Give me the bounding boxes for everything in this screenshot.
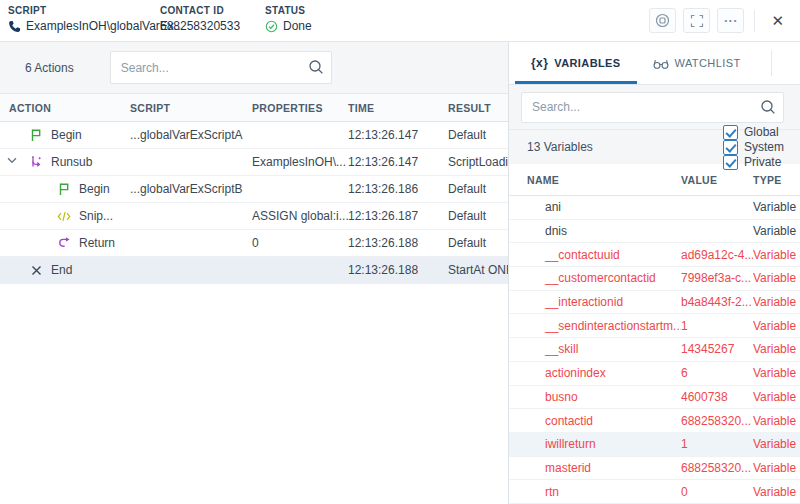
- action-row[interactable]: Snip...ASSIGN global:i...12:13:26.187Def…: [0, 203, 508, 230]
- action-label: End: [51, 263, 72, 277]
- variable-row[interactable]: masterid688258320...Variable: [509, 457, 800, 481]
- filter-label: Private: [744, 155, 781, 169]
- properties-cell: ASSIGN global:i...: [252, 209, 348, 223]
- contact-id-value: 688258320533: [160, 19, 240, 33]
- result-cell: Default: [448, 209, 508, 223]
- glasses-icon: [653, 57, 669, 70]
- stop-button[interactable]: [649, 8, 676, 33]
- variable-name: __skill: [509, 342, 681, 356]
- result-cell: Default: [448, 128, 508, 142]
- actions-table-body: Begin...globalVarExScriptA12:13:26.147De…: [0, 122, 508, 284]
- actions-count: 6 Actions: [25, 61, 74, 75]
- time-cell: 12:13:26.187: [348, 209, 448, 223]
- filter-system[interactable]: System: [723, 140, 784, 155]
- variable-value: b4a8443f-2...: [681, 295, 753, 309]
- variable-type: Variable: [753, 414, 800, 428]
- contact-info: CONTACT ID 688258320533: [160, 0, 265, 41]
- variable-row[interactable]: __interactionidb4a8443f-2...Variable: [509, 291, 800, 315]
- variable-row[interactable]: __contactuuidad69a12c-4...Variable: [509, 243, 800, 267]
- variables-x-icon: {x}: [531, 56, 548, 70]
- checkbox-system[interactable]: [723, 140, 738, 155]
- variable-value: 688258320...: [681, 461, 753, 475]
- checkbox-private[interactable]: [723, 155, 738, 170]
- action-row[interactable]: RunsubExamplesInOH\...12:13:26.147Script…: [0, 149, 508, 176]
- variable-value: 4600738: [681, 390, 753, 404]
- time-cell: 12:13:26.147: [348, 155, 448, 169]
- variables-search: [521, 92, 784, 123]
- variable-type: Variable: [753, 461, 800, 475]
- action-row[interactable]: Begin...globalVarExScriptA12:13:26.147De…: [0, 122, 508, 149]
- stop-icon: [655, 13, 670, 28]
- variable-value: 1: [681, 319, 753, 333]
- action-label: Snip...: [79, 209, 113, 223]
- variable-name: iwillreturn: [509, 437, 681, 451]
- variable-row[interactable]: iwillreturn1Variable: [509, 433, 800, 457]
- variable-row[interactable]: __skill14345267Variable: [509, 338, 800, 362]
- title-bar: SCRIPT ExamplesInOH\globalVarEx... CONTA…: [0, 0, 800, 42]
- variable-row[interactable]: actionindex6Variable: [509, 362, 800, 386]
- tab-divider: [771, 50, 772, 76]
- variables-search-bar: [509, 85, 800, 129]
- ellipsis-icon: ...: [724, 10, 738, 25]
- expand-button[interactable]: [683, 8, 710, 33]
- column-header: ACTION: [0, 102, 130, 114]
- variable-row[interactable]: busno4600738Variable: [509, 386, 800, 410]
- action-row[interactable]: End12:13:26.188StartAt ONRELE: [0, 257, 508, 284]
- actions-search-input[interactable]: [110, 51, 332, 84]
- time-cell: 12:13:26.147: [348, 128, 448, 142]
- variable-value: ad69a12c-4...: [681, 248, 753, 262]
- column-header: VALUE: [681, 174, 753, 186]
- time-cell: 12:13:26.188: [348, 236, 448, 250]
- result-cell: Default: [448, 236, 508, 250]
- variables-panel: {x} VARIABLES WATCHLIST 13 Variables Glo…: [509, 42, 800, 504]
- status-badge: Done: [283, 19, 312, 33]
- action-row[interactable]: Begin...globalVarExScriptB12:13:26.186De…: [0, 176, 508, 203]
- column-header: TIME: [348, 102, 448, 114]
- return-icon: [57, 236, 71, 250]
- filter-label: Global: [744, 125, 779, 139]
- action-label: Begin: [79, 182, 110, 196]
- phone-icon: [8, 20, 21, 33]
- variable-type: Variable: [753, 224, 800, 238]
- variable-row[interactable]: dnisVariable: [509, 220, 800, 244]
- tab-watchlist[interactable]: WATCHLIST: [637, 42, 757, 84]
- script-label: SCRIPT: [8, 5, 160, 16]
- variable-value: 1: [681, 437, 753, 451]
- close-icon: ✕: [771, 12, 784, 29]
- action-row[interactable]: Return012:13:26.188Default: [0, 230, 508, 257]
- variable-row[interactable]: __sendinteractionstartm...1Variable: [509, 314, 800, 338]
- variable-row[interactable]: __customercontactid7998ef3a-c...Variable: [509, 267, 800, 291]
- variable-type: Variable: [753, 342, 800, 356]
- variable-type: Variable: [753, 271, 800, 285]
- close-button[interactable]: ✕: [765, 12, 790, 30]
- variable-name: __contactuuid: [509, 248, 681, 262]
- code-icon: [57, 210, 71, 223]
- column-header: PROPERTIES: [252, 102, 348, 114]
- checkbox-global[interactable]: [723, 125, 738, 140]
- variable-row[interactable]: rtn0Variable: [509, 480, 800, 504]
- tab-variables[interactable]: {x} VARIABLES: [515, 42, 637, 84]
- filter-private[interactable]: Private: [723, 155, 784, 170]
- contact-id-label: CONTACT ID: [160, 5, 265, 16]
- variable-value: 7998ef3a-c...: [681, 271, 753, 285]
- filter-global[interactable]: Global: [723, 125, 784, 140]
- expand-icon: [690, 14, 704, 28]
- tab-variables-label: VARIABLES: [554, 57, 620, 69]
- actions-search: [110, 51, 332, 84]
- chevron-down-icon[interactable]: [7, 157, 17, 164]
- action-label: Begin: [51, 128, 82, 142]
- variable-row[interactable]: contactid688258320...Variable: [509, 409, 800, 433]
- done-check-icon: [265, 20, 278, 33]
- more-button[interactable]: ...: [717, 8, 744, 33]
- variables-filter-bar: 13 Variables GlobalSystemPrivate: [509, 129, 800, 164]
- variable-type: Variable: [753, 390, 800, 404]
- variable-row[interactable]: aniVariable: [509, 196, 800, 220]
- properties-cell: 0: [252, 236, 348, 250]
- variable-type: Variable: [753, 366, 800, 380]
- variables-search-input[interactable]: [521, 92, 784, 123]
- variable-type: Variable: [753, 295, 800, 309]
- variables-table-body: aniVariablednisVariable__contactuuidad69…: [509, 196, 800, 504]
- variable-name: masterid: [509, 461, 681, 475]
- column-header: SCRIPT: [130, 102, 252, 114]
- variable-name: __sendinteractionstartm...: [509, 319, 681, 333]
